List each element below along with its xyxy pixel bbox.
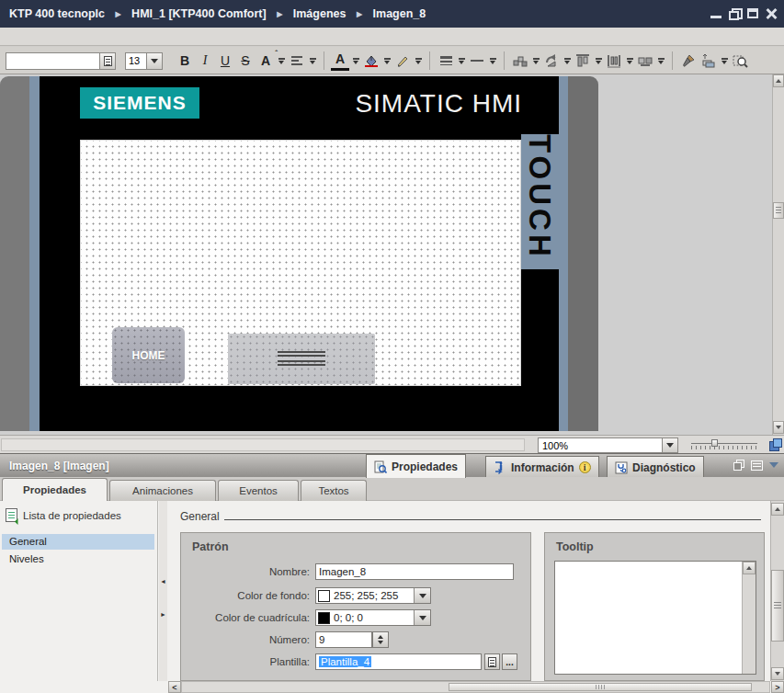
layer-order-dropdown[interactable] <box>720 51 729 71</box>
line-color-dropdown[interactable] <box>414 51 423 71</box>
scrollbar-thumb[interactable] <box>449 683 752 691</box>
plantilla-list-button[interactable] <box>484 653 500 670</box>
canvas-vertical-scrollbar[interactable] <box>772 74 784 435</box>
subtab-textos[interactable]: Textos <box>301 480 367 501</box>
plantilla-browse-button[interactable]: ... <box>502 653 517 670</box>
scrollbar-thumb[interactable] <box>773 202 784 219</box>
breadcrumb-item-imagen8[interactable]: Imagen_8 <box>373 7 426 20</box>
format-painter-button[interactable] <box>679 51 698 71</box>
plantilla-input[interactable]: Plantilla_4 <box>315 653 482 670</box>
same-size-button[interactable] <box>636 51 654 71</box>
canvas-horizontal-scrollbar[interactable] <box>1 438 525 451</box>
align-dropdown[interactable] <box>308 51 317 71</box>
arrange-dropdown[interactable] <box>531 51 540 71</box>
font-grow-button[interactable]: Aˆ <box>256 51 275 71</box>
tooltip-textarea[interactable] <box>555 562 742 674</box>
font-size-combo[interactable] <box>125 52 163 70</box>
inspector-body: Lista de propiedades General Niveles ◄ ►… <box>0 501 784 681</box>
fit-to-screen-icon[interactable] <box>769 438 781 450</box>
line-color-button[interactable] <box>393 51 412 71</box>
breadcrumb-item-imagenes[interactable]: Imágenes <box>293 7 347 20</box>
inspector-horizontal-scrollbar[interactable] <box>181 681 770 693</box>
tab-informacion[interactable]: Información i <box>485 456 599 478</box>
line-weight-dropdown[interactable] <box>488 51 497 71</box>
tab-propiedades[interactable]: Propiedades <box>366 454 466 478</box>
scroll-right-button[interactable]: > <box>771 681 784 693</box>
sidebar-item-niveles[interactable]: Niveles <box>2 551 154 567</box>
menu-lines-button[interactable] <box>228 334 375 384</box>
scroll-up-button[interactable] <box>743 562 756 574</box>
align-columns-dropdown[interactable] <box>594 51 603 71</box>
font-grow-dropdown[interactable] <box>277 51 286 71</box>
maximize-icon[interactable] <box>747 8 758 18</box>
minimize-icon[interactable] <box>710 8 722 18</box>
scrollbar-thumb[interactable] <box>771 570 784 642</box>
color-fondo-combo[interactable]: 255; 255; 255 <box>315 587 431 604</box>
font-list-button[interactable] <box>100 52 116 70</box>
fill-color-dropdown[interactable] <box>382 51 392 71</box>
sidebar-item-general[interactable]: General <box>2 534 154 550</box>
line-style-dropdown[interactable] <box>457 51 466 71</box>
tooltip-scrollbar[interactable] <box>742 562 756 674</box>
device-frame-left <box>0 76 29 431</box>
scroll-left-button[interactable]: < <box>168 681 181 693</box>
bold-button[interactable]: B <box>176 51 194 71</box>
scroll-down-button[interactable] <box>773 421 784 434</box>
subtab-eventos[interactable]: Eventos <box>218 480 299 501</box>
breadcrumb-item-project[interactable]: KTP 400 tecnoplc <box>9 7 105 20</box>
zoom-input[interactable] <box>539 438 662 452</box>
screen-editor-canvas[interactable]: SIEMENS SIMATIC HMI TOUCH HOME <box>0 74 784 435</box>
zoom-area-button[interactable] <box>731 51 750 71</box>
float-panel-icon[interactable] <box>733 460 744 471</box>
font-family-combo[interactable] <box>6 52 116 70</box>
font-family-input[interactable] <box>6 52 100 70</box>
zoom-dropdown-button[interactable] <box>662 438 677 452</box>
collapse-panel-icon[interactable] <box>769 462 778 468</box>
slider-thumb[interactable] <box>711 439 718 447</box>
arrange-objects-button[interactable] <box>511 51 529 71</box>
nombre-input[interactable] <box>315 563 514 580</box>
numero-spinner[interactable] <box>372 631 389 648</box>
numero-input[interactable] <box>315 631 372 648</box>
same-size-dropdown[interactable] <box>656 51 665 71</box>
tab-diagnostico[interactable]: Diagnóstico <box>607 456 704 478</box>
scroll-up-button[interactable] <box>771 503 784 516</box>
font-color-dropdown[interactable] <box>351 51 360 71</box>
color-fondo-dropdown[interactable] <box>414 588 430 603</box>
italic-button[interactable]: I <box>196 51 214 71</box>
restore-icon[interactable] <box>729 8 740 18</box>
rotate-button[interactable] <box>542 51 561 71</box>
subtab-propiedades[interactable]: Propiedades <box>2 478 108 501</box>
breadcrumb-item-hmi[interactable]: HMI_1 [KTP400 Comfort] <box>131 7 267 20</box>
fill-color-button[interactable] <box>362 51 381 71</box>
strikethrough-button[interactable]: S <box>236 51 255 71</box>
chevron-down-icon <box>419 616 426 620</box>
align-button[interactable] <box>288 51 306 71</box>
align-columns-button[interactable] <box>574 51 592 71</box>
font-size-dropdown-button[interactable] <box>147 52 163 70</box>
splitter-right-icon[interactable]: ► <box>160 611 166 618</box>
inspector-vertical-scrollbar[interactable] <box>770 501 784 681</box>
sidebar-splitter[interactable]: ◄ ► <box>159 501 167 681</box>
subtab-animaciones[interactable]: Animaciones <box>109 480 216 501</box>
line-weight-button[interactable] <box>468 51 486 71</box>
line-style-button[interactable] <box>437 51 455 71</box>
property-list-icon <box>6 508 17 522</box>
scroll-down-button[interactable] <box>771 667 784 680</box>
close-icon[interactable] <box>766 8 777 18</box>
rotate-dropdown[interactable] <box>562 51 572 71</box>
splitter-left-icon[interactable]: ◄ <box>160 578 166 585</box>
color-cuadricula-combo[interactable]: 0; 0; 0 <box>315 609 431 626</box>
home-screen-button[interactable]: HOME <box>112 327 185 383</box>
font-size-input[interactable] <box>125 52 147 70</box>
layer-order-button[interactable] <box>699 51 718 71</box>
color-cuadricula-dropdown[interactable] <box>414 610 430 625</box>
distribute-button[interactable] <box>605 51 623 71</box>
font-color-button[interactable]: A <box>331 51 349 71</box>
scroll-up-button[interactable] <box>773 74 784 87</box>
zoom-combo[interactable] <box>538 437 678 453</box>
panel-menu-icon[interactable] <box>751 460 763 471</box>
distribute-dropdown[interactable] <box>625 51 634 71</box>
zoom-slider[interactable] <box>691 439 757 450</box>
underline-button[interactable]: U <box>216 51 234 71</box>
